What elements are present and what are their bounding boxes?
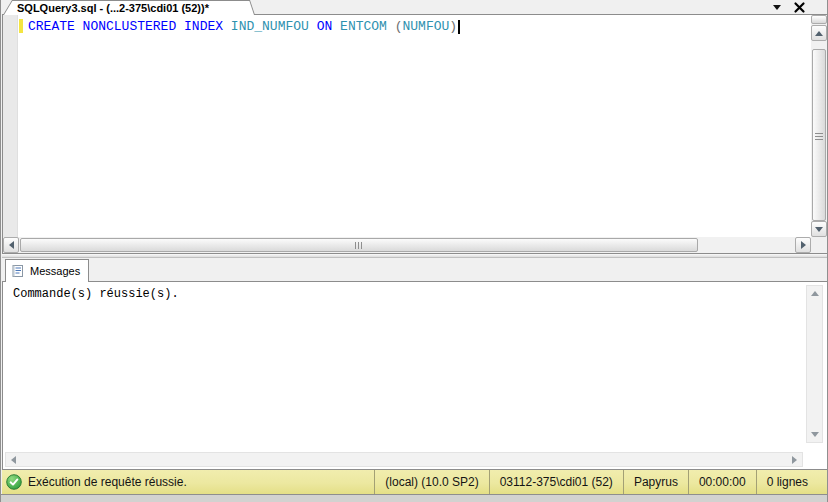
status-bar: Exécution de requête réussie. (local) (1… [2,470,828,494]
status-message-area: Exécution de requête réussie. [2,474,374,490]
scroll-down-button[interactable] [811,221,827,237]
scrollbar-corner [811,237,827,253]
tab-sqlquery3[interactable]: SQLQuery3.sql - (...2-375\cdi01 (52))* [3,0,255,15]
ssms-query-window: SQLQuery3.sql - (...2-375\cdi01 (52))* C… [0,0,828,502]
arrow-right-icon [792,456,797,464]
arrow-left-icon [9,241,14,249]
arrow-up-icon [811,291,819,296]
scroll-grip-icon [815,131,823,140]
code-line-tokens: CREATE NONCLUSTERED INDEX IND_NUMFOU ON … [28,19,457,34]
scroll-down-button[interactable] [807,427,822,442]
editor-selection-margin [3,15,18,237]
scroll-left-button[interactable] [3,237,19,253]
tab-messages-label: Messages [30,265,80,277]
arrow-right-icon [801,241,806,249]
arrow-left-icon [11,456,16,464]
text-cursor [458,20,460,34]
messages-icon [11,264,25,278]
status-text: Exécution de requête réussie. [28,475,187,489]
messages-output-text: Commande(s) réussie(s). [13,287,179,301]
status-server-panel: (local) (10.0 SP2) [374,470,488,494]
arrow-down-icon [811,432,819,437]
arrow-up-icon [815,31,823,36]
scroll-right-button[interactable] [795,237,811,253]
messages-vertical-scrollbar[interactable] [806,285,823,443]
query-editor[interactable]: CREATE NONCLUSTERED INDEX IND_NUMFOU ON … [2,14,828,254]
code-line[interactable]: CREATE NONCLUSTERED INDEX IND_NUMFOU ON … [28,19,460,34]
editor-vscroll-thumb[interactable] [812,49,826,221]
status-rowcount-panel: 0 lignes [756,470,818,494]
scroll-up-button[interactable] [807,286,822,301]
status-duration-panel: 00:00:00 [688,470,756,494]
scroll-right-button[interactable] [787,453,802,466]
window-bottom-frame [1,494,828,502]
scroll-grip-icon [355,242,364,249]
messages-horizontal-scrollbar[interactable] [5,452,803,467]
tab-messages[interactable]: Messages [5,259,89,282]
editor-change-tracking-bar [19,19,23,33]
editor-horizontal-scrollbar[interactable] [3,237,811,253]
editor-hscroll-thumb[interactable] [20,238,698,252]
close-icon[interactable] [793,1,806,14]
tab-sqlquery3-label: SQLQuery3.sql - (...2-375\cdi01 (52))* [4,1,254,15]
scroll-up-button[interactable] [811,25,827,41]
success-check-icon [6,474,22,490]
messages-pane[interactable]: Commande(s) réussie(s). [2,281,828,470]
status-panels: (local) (10.0 SP2) 03112-375\cdi01 (52) … [374,470,818,494]
status-database-panel: Papyrus [623,470,688,494]
tab-list-dropdown-icon[interactable] [773,5,781,10]
editor-split-handle[interactable] [811,15,827,24]
editor-vertical-scrollbar[interactable] [811,15,827,237]
arrow-down-icon [815,227,823,232]
pane-splitter[interactable] [2,254,828,258]
status-login-panel: 03112-375\cdi01 (52) [489,470,623,494]
scroll-left-button[interactable] [6,453,21,466]
